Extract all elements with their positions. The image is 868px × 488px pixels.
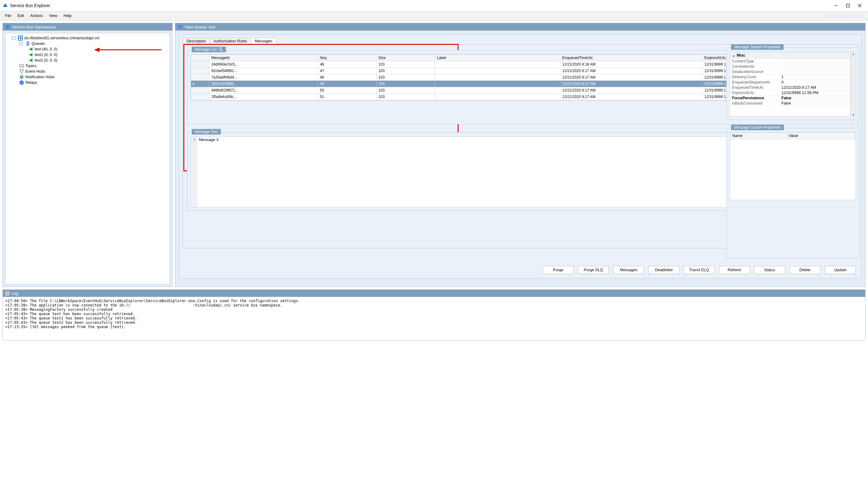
custom-properties-grid[interactable]: Name Value <box>730 132 856 200</box>
purge-button[interactable]: Purge <box>543 266 574 274</box>
tab-description[interactable]: Description <box>182 38 210 44</box>
log-body[interactable]: <17:04:50> The file C:\LBWorkSpace\Event… <box>3 297 865 340</box>
custom-properties-label: Message Custom Properties <box>734 125 781 129</box>
cell-enqueued: 12/21/2020 8:17 AM <box>560 87 702 94</box>
tree-eventhubs-label: Event Hubs <box>25 69 45 73</box>
tree-node-relays[interactable]: Relays <box>7 80 168 85</box>
tree-queue-test1-label: test1 (0, 0, 0) <box>35 53 58 57</box>
property-row[interactable]: EnqueuedSequenceN0 <box>730 80 850 85</box>
property-key: EnqueuedSequenceN <box>730 80 780 85</box>
property-value: 12/21/2020 8:17 AM <box>780 85 850 90</box>
svg-marker-18 <box>94 48 100 52</box>
tree-node-queue-test[interactable]: test (40, 0, 0) <box>7 47 168 52</box>
menu-actions[interactable]: Actions <box>27 12 46 19</box>
tree-node-eventhubs[interactable]: Event Hubs <box>7 69 168 74</box>
svg-rect-9 <box>21 36 22 38</box>
delete-button[interactable]: Delete <box>789 266 820 274</box>
property-value <box>780 59 850 64</box>
view-queue-panel: View Queue: test Description Authorizati… <box>175 23 866 287</box>
cell-label <box>435 87 560 94</box>
window-title: Service Bus Explorer <box>10 3 51 8</box>
purge-dlq-button[interactable]: Purge DLQ <box>578 266 609 274</box>
col-message-id[interactable]: MessageId <box>209 55 318 61</box>
menu-file[interactable]: File <box>2 12 14 19</box>
col-label[interactable]: Label <box>435 55 560 61</box>
queue-icon <box>28 58 33 63</box>
property-row[interactable]: DeliveryCount1 <box>730 74 850 80</box>
close-button[interactable] <box>854 1 866 10</box>
tree-node-notificationhubs[interactable]: Notification Hubs <box>7 74 168 80</box>
cell-seq: 50 <box>318 87 376 94</box>
menu-edit[interactable]: Edit <box>14 12 27 19</box>
status-button[interactable]: Status <box>754 266 785 274</box>
messages-button[interactable]: Messages <box>613 266 644 274</box>
cell-size: 103 <box>376 87 435 94</box>
collapse-icon[interactable]: − <box>19 42 23 45</box>
col-name[interactable]: Name <box>731 133 787 139</box>
row-marker <box>191 74 209 81</box>
cell-seq: 47 <box>318 68 376 74</box>
tree-relays-label: Relays <box>25 81 37 85</box>
property-key: ContentType <box>730 59 780 64</box>
property-row[interactable]: ContentType <box>730 59 850 64</box>
property-row[interactable]: DeadLetterSource <box>730 69 850 74</box>
cell-enqueued: 12/21/2020 8:17 AM <box>560 94 702 100</box>
action-button-bar: Purge Purge DLQ Messages Deadletter Tran… <box>543 266 856 274</box>
menu-bar: File Edit Actions View Help Microsoft Az… <box>0 11 868 21</box>
row-marker <box>191 68 209 74</box>
deadletter-button[interactable]: Deadletter <box>648 266 679 274</box>
tree-node-root[interactable]: − sb://lbsbtest01.servicebus.chinaclouda… <box>7 35 168 41</box>
collapse-icon[interactable]: − <box>12 36 16 40</box>
property-row[interactable]: ExpiresAtUtc12/31/9999 11:59 PM <box>730 90 850 96</box>
tree-node-topics[interactable]: Topics <box>7 63 168 69</box>
svg-rect-10 <box>19 38 20 40</box>
scroll-down-icon[interactable]: ▾ <box>852 113 854 116</box>
row-marker <box>191 94 209 100</box>
namespace-tree[interactable]: − sb://lbsbtest01.servicebus.chinaclouda… <box>5 33 170 284</box>
message-list-label: Message List <box>195 47 217 52</box>
property-row[interactable]: IsBodyConsumedFalse <box>730 101 850 106</box>
cell-size: 103 <box>376 61 435 68</box>
magnifier-icon[interactable] <box>219 47 223 52</box>
system-properties-grid[interactable]: ⌄ Misc ContentTypeCorrelationIdDeadLette… <box>730 52 851 117</box>
cell-size: 103 <box>376 68 435 74</box>
maximize-button[interactable] <box>842 1 854 10</box>
property-key: EnqueuedTimeUtc <box>730 85 780 90</box>
cell-seq: 49 <box>318 81 376 87</box>
refresh-button[interactable]: Refresh <box>719 266 750 274</box>
tab-messages[interactable]: Messages <box>251 38 276 44</box>
log-icon <box>5 291 9 296</box>
cell-label <box>435 94 560 100</box>
property-value <box>780 69 850 74</box>
menu-view[interactable]: View <box>46 12 61 19</box>
custom-properties-group: Message Custom Properties Name Value <box>726 128 859 258</box>
tab-authorization-rules[interactable]: Authorization Rules <box>210 38 251 44</box>
minimize-button[interactable] <box>830 1 842 10</box>
scroll-up-icon[interactable]: ▴ <box>852 52 854 55</box>
expand-icon[interactable]: ⌄ <box>732 53 736 58</box>
sysprops-scrollbar[interactable]: ▴ ▾ <box>851 52 856 117</box>
cell-enqueued: 12/21/2020 8:17 AM <box>560 68 702 74</box>
update-button[interactable]: Update <box>825 266 856 274</box>
tree-notificationhubs-label: Notification Hubs <box>25 75 55 79</box>
property-row[interactable]: ForcePersistenceFalse <box>730 96 850 101</box>
log-title: Log <box>11 291 18 296</box>
cell-message-id: 2f5a9efcd09c... <box>209 94 318 100</box>
globe-icon <box>178 24 183 29</box>
col-value[interactable]: Value <box>787 133 856 139</box>
menu-help[interactable]: Help <box>61 12 75 19</box>
cell-message-id: 7a30adff49d4... <box>209 74 318 81</box>
svg-point-28 <box>219 48 221 51</box>
cell-label <box>435 61 560 68</box>
col-enqueued[interactable]: EnqueuedTimeUtc <box>560 55 702 61</box>
svg-point-23 <box>21 77 22 78</box>
property-value: False <box>780 101 850 106</box>
transf-dlq-button[interactable]: Transf DLQ <box>684 266 715 274</box>
col-seq[interactable]: Seq <box>318 55 376 61</box>
tree-node-queue-test2[interactable]: test2 (0, 0, 0) <box>7 58 168 63</box>
property-row[interactable]: CorrelationId <box>730 64 850 69</box>
col-size[interactable]: Size <box>376 55 435 61</box>
property-row[interactable]: EnqueuedTimeUtc12/21/2020 8:17 AM <box>730 85 850 90</box>
tree-node-queues[interactable]: − Queues <box>7 41 168 47</box>
queue-icon <box>28 52 33 57</box>
